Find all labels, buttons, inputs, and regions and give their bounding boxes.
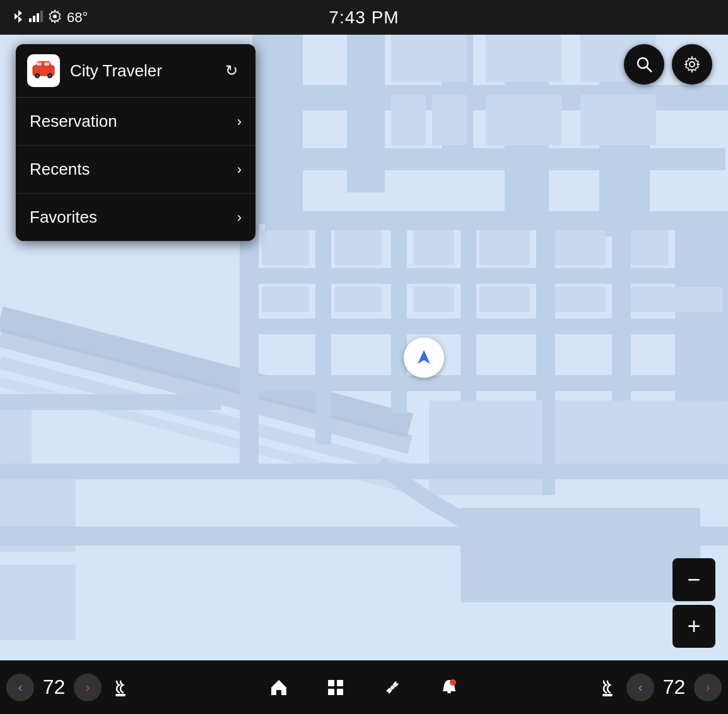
app-header: City Traveler ↻ — [16, 44, 255, 98]
svg-rect-45 — [555, 287, 606, 312]
svg-rect-18 — [432, 95, 467, 145]
app-title: City Traveler — [70, 61, 219, 81]
svg-rect-50 — [429, 401, 543, 495]
svg-rect-19 — [486, 95, 561, 145]
left-temp-control: ‹ 72 › — [6, 674, 102, 701]
rear-heat-button[interactable] — [589, 669, 626, 706]
bottom-center-icons — [146, 669, 582, 706]
right-temp-value: 72 — [657, 676, 691, 699]
app-menu: City Traveler ↻ Reservation › Recents › … — [16, 44, 255, 241]
svg-point-73 — [390, 686, 394, 689]
recents-menu-item[interactable]: Recents › — [16, 146, 255, 194]
location-marker — [404, 337, 444, 378]
svg-rect-46 — [631, 287, 722, 312]
seat-heat-button[interactable] — [102, 669, 139, 706]
svg-rect-43 — [413, 287, 454, 312]
svg-rect-0 — [29, 18, 32, 22]
car-icon — [32, 59, 56, 83]
reservation-label: Reservation — [30, 112, 117, 131]
left-temp-section: ‹ 72 › — [0, 669, 146, 706]
svg-rect-25 — [240, 211, 259, 464]
svg-rect-51 — [461, 508, 700, 602]
svg-rect-34 — [240, 375, 728, 391]
recents-label: Recents — [30, 160, 90, 179]
right-temp-down-button[interactable]: ‹ — [626, 674, 654, 701]
svg-line-66 — [647, 67, 652, 72]
svg-rect-55 — [0, 394, 221, 410]
svg-rect-44 — [479, 287, 530, 312]
svg-rect-1 — [33, 16, 35, 22]
svg-point-75 — [450, 679, 456, 686]
left-temp-up-button[interactable]: › — [74, 674, 102, 701]
svg-rect-32 — [240, 268, 728, 284]
status-left: 68° — [13, 9, 88, 26]
left-temp-value: 72 — [37, 676, 71, 699]
svg-point-63 — [36, 74, 38, 77]
svg-rect-53 — [0, 527, 728, 546]
right-temp-up-button[interactable]: › — [694, 674, 722, 701]
signal-icon — [29, 11, 43, 25]
fan-button[interactable] — [373, 669, 411, 706]
favorites-chevron-icon: › — [237, 209, 242, 226]
zoom-out-button[interactable]: − — [672, 558, 715, 601]
svg-rect-15 — [486, 35, 561, 82]
svg-rect-6 — [252, 35, 303, 224]
svg-point-4 — [53, 15, 57, 18]
status-temperature: 68° — [67, 9, 88, 26]
svg-rect-60 — [44, 62, 49, 66]
apps-button[interactable] — [317, 669, 355, 706]
svg-rect-33 — [240, 319, 728, 334]
search-button[interactable] — [624, 44, 664, 85]
left-temp-down-button[interactable]: ‹ — [6, 674, 34, 701]
home-button[interactable] — [260, 669, 298, 706]
recents-chevron-icon: › — [237, 161, 242, 178]
svg-rect-39 — [555, 230, 606, 265]
svg-rect-2 — [37, 13, 39, 22]
svg-rect-54 — [0, 464, 728, 479]
bluetooth-icon — [13, 9, 24, 26]
svg-rect-17 — [391, 95, 426, 145]
reservation-menu-item[interactable]: Reservation › — [16, 98, 255, 146]
right-temp-control: ‹ 72 › — [626, 674, 722, 701]
svg-rect-12 — [252, 148, 725, 170]
svg-rect-74 — [447, 691, 451, 693]
svg-rect-42 — [334, 287, 382, 312]
settings-status-icon — [48, 9, 62, 26]
svg-point-64 — [49, 74, 51, 77]
svg-point-65 — [638, 58, 648, 68]
bottom-bar: ‹ 72 › — [0, 660, 728, 714]
settings-button[interactable] — [672, 44, 712, 85]
favorites-label: Favorites — [30, 208, 97, 227]
svg-rect-69 — [328, 680, 334, 686]
svg-rect-68 — [115, 694, 126, 696]
svg-rect-13 — [265, 211, 725, 230]
svg-marker-56 — [418, 350, 430, 364]
svg-rect-52 — [555, 401, 728, 464]
svg-rect-72 — [337, 689, 343, 695]
zoom-controls: − + — [672, 558, 715, 648]
status-time: 7:43 PM — [329, 8, 399, 28]
svg-rect-14 — [391, 35, 467, 82]
svg-point-67 — [690, 62, 695, 67]
favorites-menu-item[interactable]: Favorites › — [16, 194, 255, 241]
status-bar: 68° 7:43 PM — [0, 0, 728, 35]
svg-rect-70 — [337, 680, 343, 686]
reservation-chevron-icon: › — [237, 114, 242, 130]
svg-rect-71 — [328, 689, 334, 695]
zoom-in-button[interactable]: + — [672, 605, 715, 648]
svg-rect-3 — [40, 11, 43, 22]
svg-rect-36 — [334, 230, 382, 265]
svg-rect-41 — [262, 287, 309, 312]
svg-rect-37 — [413, 230, 454, 265]
svg-rect-59 — [37, 62, 42, 66]
right-temp-section: ‹ 72 › — [582, 669, 728, 706]
svg-rect-20 — [580, 95, 656, 145]
location-circle — [404, 337, 444, 378]
svg-rect-40 — [631, 230, 669, 265]
notification-button[interactable] — [430, 669, 468, 706]
svg-rect-38 — [479, 230, 530, 265]
refresh-button[interactable]: ↻ — [219, 58, 244, 83]
svg-rect-35 — [262, 230, 309, 265]
svg-rect-48 — [0, 565, 76, 640]
svg-rect-76 — [602, 694, 613, 696]
